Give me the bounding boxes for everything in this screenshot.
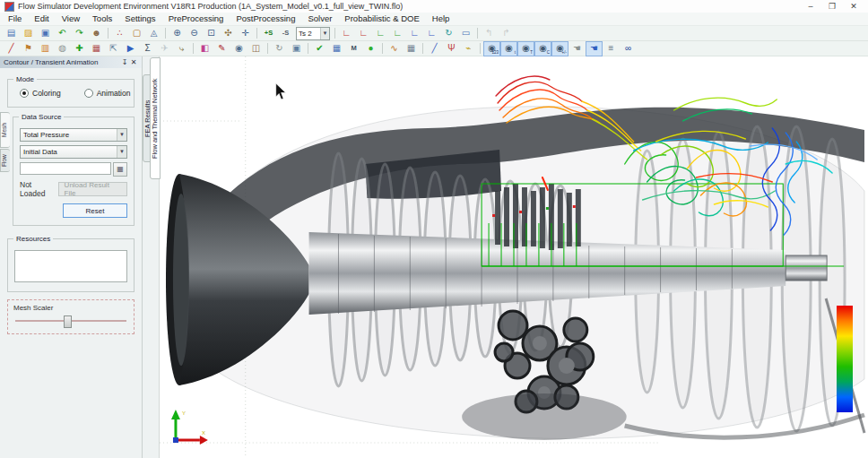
color-cube-icon[interactable]: ◧ xyxy=(196,41,213,56)
sigma-icon[interactable]: Σ xyxy=(139,41,156,56)
toolbar-separator xyxy=(422,43,423,54)
edit-sheet-icon[interactable]: ✎ xyxy=(213,41,230,56)
viewport-tab-flow-and-thermal-network[interactable]: Flow and Thermal Network xyxy=(150,57,161,179)
select-region-icon[interactable]: ▢ xyxy=(128,26,145,41)
toolbar-row-1: ▤▨▣↶↷☻∴▢◬⊕⊖⊡✣✛+S-STs 2▼∟∟∟∟∟∟↻▭↰↱ xyxy=(0,26,868,41)
panel-close-icon[interactable]: ✕ xyxy=(129,58,138,66)
preview-eye-icon[interactable]: ◉ xyxy=(230,41,247,56)
viewport-3d[interactable]: Y X xyxy=(160,56,868,458)
flame-chart-icon[interactable]: ▥ xyxy=(37,41,54,56)
show-c-icon[interactable]: ◉C xyxy=(534,41,551,56)
menu-item-postprocessing[interactable]: PostProcessing xyxy=(230,13,301,25)
fit-screen-icon[interactable]: ▭ xyxy=(457,26,474,41)
coloring-radio[interactable]: Coloring xyxy=(20,89,61,98)
maximize-button[interactable]: ❐ xyxy=(822,1,842,12)
move-icon[interactable]: ✛ xyxy=(237,26,254,41)
show-temperature-icon[interactable]: ◉T xyxy=(517,41,534,56)
view-left-icon[interactable]: ∟ xyxy=(406,26,423,41)
menu-item-help[interactable]: Help xyxy=(426,13,456,25)
add-scalar-icon[interactable]: +S xyxy=(260,26,277,41)
svg-text:X: X xyxy=(202,430,205,436)
note-flag-icon[interactable]: ⚑ xyxy=(20,41,37,56)
minimize-button[interactable]: – xyxy=(801,1,820,12)
pan-icon[interactable]: ✣ xyxy=(220,26,237,41)
view-top-icon[interactable]: ∟ xyxy=(372,26,389,41)
browse-file-button[interactable]: ▦ xyxy=(113,162,127,177)
spline-element-icon[interactable]: ⌁ xyxy=(460,41,477,56)
measure-line-icon[interactable]: ╱ xyxy=(3,41,20,56)
view-bottom-icon[interactable]: ∟ xyxy=(389,26,406,41)
menu-item-preprocessing[interactable]: PreProcessing xyxy=(162,13,230,25)
pin-icon[interactable]: ↧ xyxy=(120,58,129,66)
show-small-t-icon[interactable]: ◉t xyxy=(500,41,517,56)
menu-item-settings[interactable]: Settings xyxy=(118,13,161,25)
redo-icon[interactable]: ↷ xyxy=(71,26,88,41)
data-table-icon[interactable]: ▦ xyxy=(403,41,420,56)
animation-radio-label: Animation xyxy=(97,89,131,98)
animation-radio-dot[interactable] xyxy=(84,89,93,98)
chamber-icon[interactable]: ▦ xyxy=(88,41,105,56)
save-file-icon[interactable]: ▣ xyxy=(37,26,54,41)
menu-item-edit[interactable]: Edit xyxy=(28,13,55,25)
animation-radio[interactable]: Animation xyxy=(84,89,131,98)
matrix-icon[interactable]: M xyxy=(345,41,362,56)
zoom-in-icon[interactable]: ⊕ xyxy=(169,26,186,41)
rotate-view-icon[interactable]: ↻ xyxy=(440,26,457,41)
airplane-icon: ✈ xyxy=(156,41,173,56)
menu-item-solver[interactable]: Solver xyxy=(301,13,338,25)
chevron-down-icon[interactable]: ▼ xyxy=(320,28,329,39)
mode-group-label: Mode xyxy=(13,75,37,83)
slider-handle[interactable] xyxy=(64,315,72,328)
plot-chart-icon[interactable]: ∿ xyxy=(386,41,403,56)
select-points-icon[interactable]: ∴ xyxy=(111,26,128,41)
refresh-icon[interactable]: ↻ xyxy=(271,41,288,56)
chevron-down-icon[interactable]: ▼ xyxy=(117,129,126,141)
view-front-icon[interactable]: ∟ xyxy=(338,26,355,41)
binoculars-icon[interactable]: ∞ xyxy=(620,41,637,56)
menu-item-file[interactable]: File xyxy=(2,13,28,25)
menu-item-probabilistic-doe[interactable]: Probabilistic & DOE xyxy=(338,13,425,25)
contour-panel: Contour / Transient Animation ↧ ✕ Mode C… xyxy=(0,56,143,458)
grid-sheet-icon[interactable]: ▦ xyxy=(328,41,345,56)
close-button[interactable]: ✕ xyxy=(844,1,864,12)
check-model-icon[interactable]: ✔ xyxy=(311,41,328,56)
sphere-icon[interactable]: ◍ xyxy=(54,41,71,56)
dataset-dropdown[interactable]: Initial Data ▼ xyxy=(20,145,127,159)
export-icon[interactable]: ⇱ xyxy=(105,41,122,56)
add-node-icon[interactable]: ✚ xyxy=(71,41,88,56)
reset-button[interactable]: Reset xyxy=(63,203,127,218)
menu-item-view[interactable]: View xyxy=(56,13,86,25)
show-ids-icon[interactable]: ◉123 xyxy=(483,41,500,56)
result-file-input[interactable] xyxy=(20,162,111,175)
branch-element-icon[interactable]: Ψ xyxy=(443,41,460,56)
select-group-icon[interactable]: ◬ xyxy=(145,26,162,41)
resources-listbox[interactable] xyxy=(14,250,127,282)
solve-status-icon[interactable]: ● xyxy=(362,41,379,56)
open-file-icon[interactable]: ▨ xyxy=(20,26,37,41)
panel-tab-mesh[interactable]: Mesh xyxy=(0,112,10,148)
view-iso-icon[interactable]: ∟ xyxy=(423,26,440,41)
remove-scalar-icon[interactable]: -S xyxy=(277,26,294,41)
import-model-icon[interactable]: ▤ xyxy=(3,26,20,41)
run-icon[interactable]: ▶ xyxy=(122,41,139,56)
show-plusminus-icon[interactable]: ◉+/- xyxy=(551,41,569,56)
line-element-icon[interactable]: ╱ xyxy=(426,41,443,56)
zoom-out-icon[interactable]: ⊖ xyxy=(186,26,203,41)
coloring-radio-dot[interactable] xyxy=(20,89,29,98)
package-icon[interactable]: ◫ xyxy=(247,41,265,56)
list-icon[interactable]: ≡ xyxy=(603,41,620,56)
probe-icon[interactable]: ⤷ xyxy=(173,41,190,56)
mesh-scaler-slider[interactable] xyxy=(13,315,128,326)
scalar-size-combo[interactable]: Ts 2▼ xyxy=(296,27,330,40)
quantity-dropdown[interactable]: Total Pressure ▼ xyxy=(20,128,127,142)
save-results-icon[interactable]: ▣ xyxy=(288,41,305,56)
view-back-icon[interactable]: ∟ xyxy=(355,26,372,41)
undo-icon[interactable]: ↶ xyxy=(54,26,71,41)
user-icon[interactable]: ☻ xyxy=(88,26,105,41)
menu-item-tools[interactable]: Tools xyxy=(86,13,118,25)
pick-hand-active-icon[interactable]: ☚ xyxy=(586,41,603,56)
zoom-fit-icon[interactable]: ⊡ xyxy=(203,26,220,41)
panel-tab-flow[interactable]: Flow xyxy=(0,149,10,172)
pick-hand-icon[interactable]: ☚ xyxy=(569,41,586,56)
chevron-down-icon[interactable]: ▼ xyxy=(117,146,126,158)
